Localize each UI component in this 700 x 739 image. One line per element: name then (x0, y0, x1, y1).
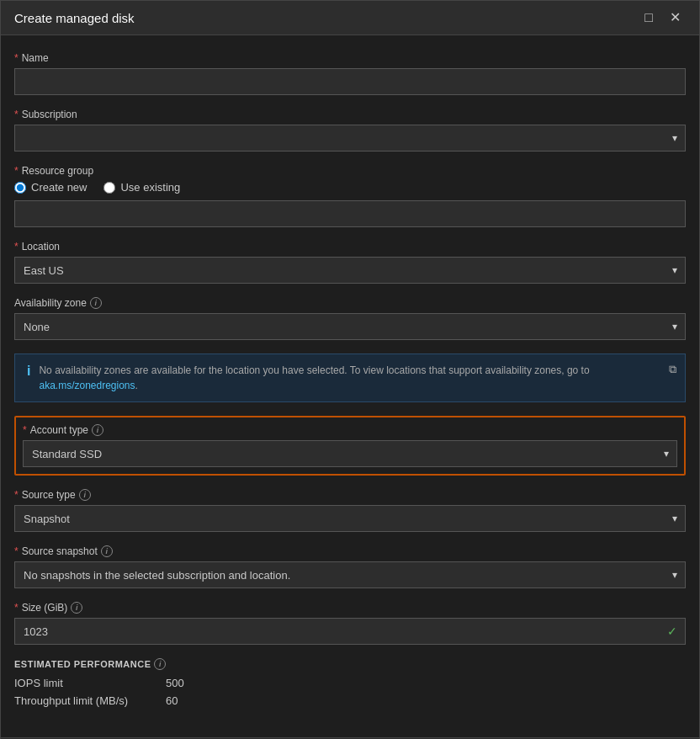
resource-group-label: * Resource group (14, 165, 686, 177)
account-type-required-star: * (23, 424, 27, 436)
subscription-select[interactable] (14, 125, 686, 152)
info-banner-main-text: No availability zones are available for … (39, 364, 589, 376)
account-type-highlighted-group: * Account type i Standard SSD Premium SS… (14, 416, 686, 476)
create-new-option[interactable]: Create new (14, 181, 87, 194)
availability-zone-label: Availability zone i (14, 297, 686, 309)
size-label: * Size (GiB) i (14, 602, 686, 614)
source-snapshot-label: * Source snapshot i (14, 545, 686, 557)
create-new-radio[interactable] (14, 182, 26, 194)
size-required-star: * (14, 602, 19, 614)
source-snapshot-select[interactable]: No snapshots in the selected subscriptio… (14, 561, 686, 588)
create-managed-disk-dialog: Create managed disk □ ✕ * Name * Subscri… (0, 0, 700, 739)
estimated-perf-title: ESTIMATED PERFORMANCE i (14, 658, 686, 670)
subscription-label: * Subscription (14, 109, 686, 120)
resource-group-required-star: * (14, 165, 19, 177)
resource-group-input[interactable] (14, 200, 686, 227)
availability-zone-select-wrapper: None ▾ (14, 313, 686, 340)
account-type-select-wrapper: Standard SSD Premium SSD Standard HDD Ul… (23, 440, 677, 467)
location-select-wrapper: East US ▾ (14, 257, 686, 284)
dialog-content: * Name * Subscription ▾ * Resource group (1, 35, 699, 737)
name-field-group: * Name (14, 52, 686, 95)
account-type-label: * Account type i (23, 424, 677, 436)
name-label-text: Name (22, 52, 49, 64)
size-field-group: * Size (GiB) i ✓ (14, 602, 686, 645)
size-info-icon[interactable]: i (71, 602, 82, 614)
external-link-icon[interactable]: ⧉ (669, 363, 676, 376)
account-type-label-text: Account type (30, 424, 88, 436)
source-snapshot-select-wrapper: No snapshots in the selected subscriptio… (14, 561, 686, 588)
availability-zone-field-group: Availability zone i None ▾ (14, 297, 686, 340)
location-label-text: Location (22, 241, 60, 253)
header-buttons: □ ✕ (639, 9, 686, 26)
subscription-required-star: * (14, 109, 19, 120)
dialog-title: Create managed disk (14, 11, 135, 25)
estimated-perf-title-text: ESTIMATED PERFORMANCE (14, 659, 151, 669)
estimated-performance-section: ESTIMATED PERFORMANCE i IOPS limit 500 T… (14, 658, 686, 707)
source-snapshot-label-text: Source snapshot (22, 545, 98, 557)
use-existing-label: Use existing (120, 181, 180, 194)
minimize-button[interactable]: □ (639, 9, 658, 26)
throughput-row: Throughput limit (MB/s) 60 (14, 694, 686, 707)
account-type-info-icon[interactable]: i (92, 424, 103, 436)
location-field-group: * Location East US ▾ (14, 241, 686, 284)
name-input[interactable] (14, 68, 686, 95)
source-snapshot-field-group: * Source snapshot i No snapshots in the … (14, 545, 686, 588)
subscription-select-wrapper: ▾ (14, 125, 686, 152)
name-label: * Name (14, 52, 686, 64)
source-snapshot-info-icon[interactable]: i (101, 545, 113, 557)
location-label: * Location (14, 241, 686, 253)
subscription-label-text: Subscription (22, 109, 77, 120)
resource-group-label-text: Resource group (22, 165, 93, 177)
create-new-label: Create new (31, 181, 87, 194)
availability-zone-select[interactable]: None (14, 313, 686, 340)
size-checkmark-icon: ✓ (667, 625, 677, 638)
info-banner-icon: i (27, 364, 30, 379)
source-type-info-icon[interactable]: i (79, 489, 91, 501)
source-type-label-text: Source type (22, 489, 76, 501)
info-banner-text: No availability zones are available for … (39, 363, 673, 393)
use-existing-option[interactable]: Use existing (103, 181, 180, 194)
estimated-perf-info-icon[interactable]: i (154, 658, 166, 670)
account-type-select[interactable]: Standard SSD Premium SSD Standard HDD Ul… (23, 440, 677, 467)
subscription-field-group: * Subscription ▾ (14, 109, 686, 152)
source-type-required-star: * (14, 489, 19, 501)
availability-zone-label-text: Availability zone (14, 297, 87, 309)
source-type-field-group: * Source type i Snapshot None Storage bl… (14, 489, 686, 532)
location-required-star: * (14, 241, 19, 253)
throughput-value: 60 (166, 694, 178, 707)
size-input-wrapper: ✓ (14, 618, 686, 645)
location-select[interactable]: East US (14, 257, 686, 284)
availability-zone-info-icon[interactable]: i (90, 297, 102, 309)
throughput-label: Throughput limit (MB/s) (14, 694, 166, 707)
source-type-select-wrapper: Snapshot None Storage blob ▾ (14, 505, 686, 532)
source-snapshot-required-star: * (14, 545, 19, 557)
size-label-text: Size (GiB) (22, 602, 68, 614)
resource-group-radio-group: Create new Use existing (14, 181, 686, 194)
iops-label: IOPS limit (14, 677, 166, 689)
resource-group-field-group: * Resource group Create new Use existing (14, 165, 686, 227)
availability-zone-info-banner: i No availability zones are available fo… (14, 354, 686, 402)
info-banner-link[interactable]: aka.ms/zonedregions (39, 380, 135, 391)
iops-row: IOPS limit 500 (14, 677, 686, 689)
close-button[interactable]: ✕ (665, 9, 686, 26)
source-type-select[interactable]: Snapshot None Storage blob (14, 505, 686, 532)
use-existing-radio[interactable] (103, 182, 115, 194)
dialog-header: Create managed disk □ ✕ (1, 1, 699, 35)
size-input[interactable] (14, 618, 686, 645)
iops-value: 500 (166, 677, 184, 689)
name-required-star: * (14, 52, 19, 64)
source-type-label: * Source type i (14, 489, 686, 501)
